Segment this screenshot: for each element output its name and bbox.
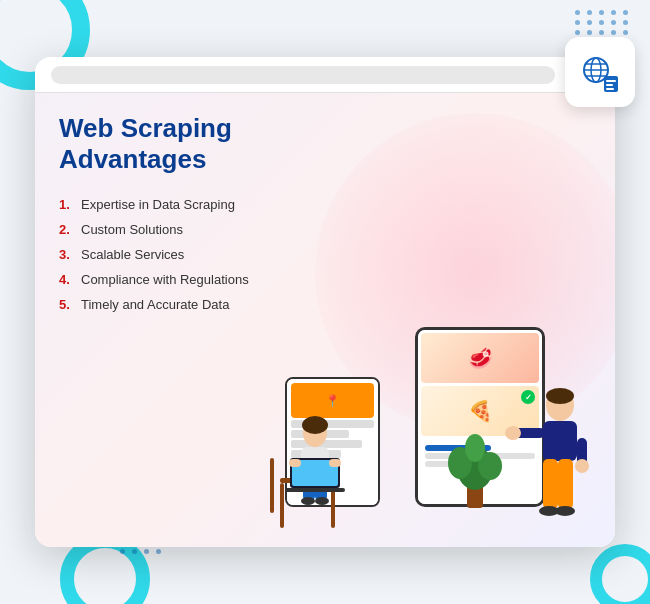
list-text-2: Custom Solutions bbox=[81, 222, 183, 237]
list-number-5: 5. bbox=[59, 297, 75, 312]
svg-rect-32 bbox=[543, 421, 577, 461]
svg-rect-8 bbox=[606, 88, 614, 90]
icon-badge bbox=[565, 37, 635, 107]
svg-rect-7 bbox=[606, 84, 613, 86]
person-standing bbox=[505, 383, 595, 537]
list-item-3: 3.Scalable Services bbox=[59, 247, 289, 262]
plant-decoration bbox=[445, 428, 505, 512]
list-number-2: 2. bbox=[59, 222, 75, 237]
list-text-1: Expertise in Data Scraping bbox=[81, 197, 235, 212]
advantages-list: 1.Expertise in Data Scraping2.Custom Sol… bbox=[59, 197, 289, 312]
arc-decoration-bottom-right bbox=[590, 544, 650, 604]
address-bar bbox=[51, 66, 555, 84]
svg-point-34 bbox=[505, 426, 521, 440]
content-left: Web Scraping Advantages 1.Expertise in D… bbox=[59, 113, 289, 322]
browser-bar bbox=[35, 57, 615, 93]
svg-rect-6 bbox=[606, 80, 616, 82]
browser-content: Web Scraping Advantages 1.Expertise in D… bbox=[35, 93, 615, 547]
list-item-4: 4.Compliance with Regulations bbox=[59, 272, 289, 287]
device-card-food1: 🥩 bbox=[421, 333, 539, 383]
svg-point-13 bbox=[465, 434, 485, 462]
svg-rect-26 bbox=[289, 459, 301, 467]
svg-point-40 bbox=[555, 506, 575, 516]
list-item-2: 2.Custom Solutions bbox=[59, 222, 289, 237]
list-number-1: 1. bbox=[59, 197, 75, 212]
list-number-4: 4. bbox=[59, 272, 75, 287]
svg-rect-37 bbox=[543, 459, 558, 509]
list-number-3: 3. bbox=[59, 247, 75, 262]
svg-rect-27 bbox=[329, 459, 341, 467]
svg-point-19 bbox=[302, 416, 328, 434]
svg-point-29 bbox=[315, 497, 329, 505]
list-item-1: 1.Expertise in Data Scraping bbox=[59, 197, 289, 212]
svg-rect-38 bbox=[558, 459, 573, 509]
dots-decoration-top-right bbox=[575, 10, 630, 35]
svg-point-36 bbox=[575, 459, 589, 473]
person-sitting bbox=[265, 403, 365, 537]
list-text-3: Scalable Services bbox=[81, 247, 184, 262]
browser-window: Web Scraping Advantages 1.Expertise in D… bbox=[35, 57, 615, 547]
svg-rect-25 bbox=[285, 488, 345, 492]
svg-rect-15 bbox=[280, 483, 284, 528]
list-item-5: 5.Timely and Accurate Data bbox=[59, 297, 289, 312]
svg-point-31 bbox=[546, 388, 574, 404]
svg-rect-17 bbox=[270, 458, 274, 513]
illustration-area: 📍 🥩 🍕 bbox=[265, 237, 605, 537]
main-title: Web Scraping Advantages bbox=[59, 113, 289, 175]
svg-point-28 bbox=[301, 497, 315, 505]
list-text-4: Compliance with Regulations bbox=[81, 272, 249, 287]
list-text-5: Timely and Accurate Data bbox=[81, 297, 229, 312]
